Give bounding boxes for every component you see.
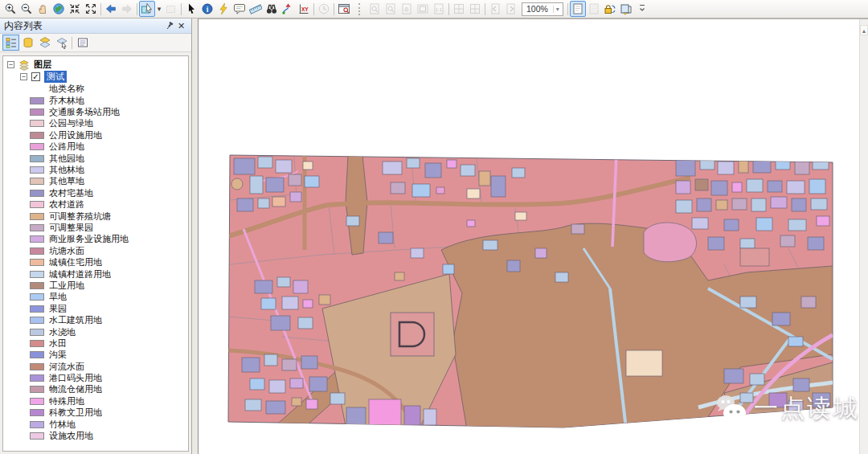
collapse-icon[interactable]: − [7,61,14,68]
legend-item[interactable]: 商业服务业设施用地 [3,234,188,245]
legend-item[interactable]: 科教文卫用地 [3,407,188,419]
zoom-out-icon[interactable] [18,1,35,17]
legend-item[interactable]: 公路用地 [3,141,188,153]
measure-icon[interactable] [248,1,264,17]
fixed-zoom-in-icon[interactable] [67,1,83,17]
legend-item[interactable]: 坑塘水面 [3,245,188,256]
legend-swatch[interactable] [30,166,44,174]
legend-swatch[interactable] [30,190,44,197]
clear-selection-icon[interactable] [163,1,179,17]
legend-item[interactable]: 设施农用地 [3,430,188,441]
legend-item[interactable]: 交通服务场站用地 [3,106,188,117]
legend-swatch[interactable] [30,201,44,208]
export-map-book-icon[interactable] [618,1,634,17]
collapse-icon[interactable]: − [20,73,27,80]
legend-swatch[interactable] [30,271,44,278]
landuse-map-canvas[interactable] [226,152,835,432]
forward-extent-icon[interactable] [119,1,135,17]
data-driven-page-setup-icon[interactable] [586,1,602,17]
legend-item[interactable]: 乔木林地 [3,95,188,106]
legend-swatch[interactable] [30,120,44,127]
time-slider-icon[interactable] [316,1,332,17]
legend-swatch[interactable] [30,421,44,428]
pin-icon[interactable] [163,20,175,32]
legend-item[interactable]: 农村道路 [3,199,188,211]
legend-swatch[interactable] [30,178,44,185]
go-to-xy-icon[interactable]: XY [296,1,312,17]
legend-item[interactable]: 可调整果园 [3,222,188,233]
fixed-zoom-out-icon[interactable] [83,1,99,17]
legend-swatch[interactable] [30,97,44,104]
legend-item[interactable]: 河流水面 [3,361,188,372]
legend-item[interactable]: 港口码头用地 [3,372,188,383]
find-route-icon[interactable] [280,1,296,17]
legend-item[interactable]: 农村宅基地 [3,187,188,198]
layer-label[interactable]: 测试 [44,71,67,83]
back-extent-icon[interactable] [103,1,119,17]
refresh-sync-icon[interactable] [602,1,618,17]
prev-layout-extent-icon[interactable] [487,1,503,17]
layers-root-row[interactable]: − 图层 [3,59,188,71]
legend-swatch[interactable] [30,432,44,440]
layout-zoom-in-icon[interactable] [366,1,383,17]
layout-guides-icon[interactable] [467,1,483,17]
scroll-up-icon[interactable]: ▲ [860,25,868,35]
select-features-dropdown-icon[interactable]: ▾ [155,1,163,17]
select-elements-icon[interactable] [183,1,199,17]
hyperlink-icon[interactable] [215,1,231,17]
layout-full-page-icon[interactable] [415,1,431,17]
legend-swatch[interactable] [30,409,44,416]
legend-swatch[interactable] [30,235,44,243]
data-driven-page-icon[interactable] [570,1,586,17]
legend-swatch[interactable] [30,132,44,139]
legend-swatch[interactable] [30,282,44,289]
legend-item[interactable]: 旱地 [3,292,188,303]
close-icon[interactable]: ✕ [175,20,187,32]
layout-pan-icon[interactable] [399,1,415,17]
legend-swatch[interactable] [30,386,44,393]
legend-item[interactable]: 可调整养殖坑塘 [3,211,188,222]
legend-item[interactable]: 其他林地 [3,164,188,175]
html-popup-icon[interactable] [231,1,248,17]
legend-item[interactable]: 物流仓储用地 [3,384,188,395]
list-by-visibility-icon[interactable] [36,35,53,51]
list-by-drawing-order-icon[interactable] [2,35,19,51]
legend-swatch[interactable] [30,340,44,347]
viewer-window-icon[interactable] [336,1,352,17]
legend-item[interactable]: 其他草地 [3,176,188,187]
legend-swatch[interactable] [30,108,44,116]
legend-swatch[interactable] [30,351,44,358]
layout-1to1-icon[interactable]: 1:1 [431,1,447,17]
legend-swatch[interactable] [30,224,44,231]
full-extent-icon[interactable] [51,1,67,17]
legend-swatch[interactable] [30,374,44,382]
toolbar-grip[interactable] [358,3,363,15]
toolbar-overflow-icon[interactable] [634,1,650,17]
list-by-selection-icon[interactable] [53,35,70,51]
legend-swatch[interactable] [30,398,44,405]
legend-swatch[interactable] [30,329,44,336]
legend-swatch[interactable] [30,259,44,266]
find-icon[interactable] [264,1,280,17]
next-layout-extent-icon[interactable] [503,1,519,17]
legend-swatch[interactable] [30,317,44,324]
layer-checkbox[interactable]: ✓ [31,72,40,81]
legend-item[interactable]: 城镇村道路用地 [3,268,188,280]
legend-item[interactable]: 工业用地 [3,280,188,291]
toc-options-icon[interactable] [74,35,91,51]
legend-swatch[interactable] [30,155,44,162]
legend-swatch[interactable] [30,143,44,150]
combo-dropdown-icon[interactable]: ▾ [553,6,559,13]
legend-swatch[interactable] [30,213,44,220]
list-by-source-icon[interactable] [19,35,36,51]
legend-item[interactable]: 水工建筑用地 [3,314,188,325]
legend-item[interactable]: 公用设施用地 [3,129,188,141]
layer-row[interactable]: − ✓ 测试 [3,71,188,83]
legend-item[interactable]: 城镇住宅用地 [3,256,188,268]
vertical-scrollbar[interactable]: ▲ [859,19,868,454]
legend-item[interactable]: 水田 [3,337,188,349]
legend-item[interactable]: 水浇地 [3,326,188,337]
layout-zoom-out-icon[interactable] [383,1,399,17]
layout-zoom-combo[interactable]: 100%▾ [522,2,563,16]
pan-icon[interactable] [35,1,51,17]
